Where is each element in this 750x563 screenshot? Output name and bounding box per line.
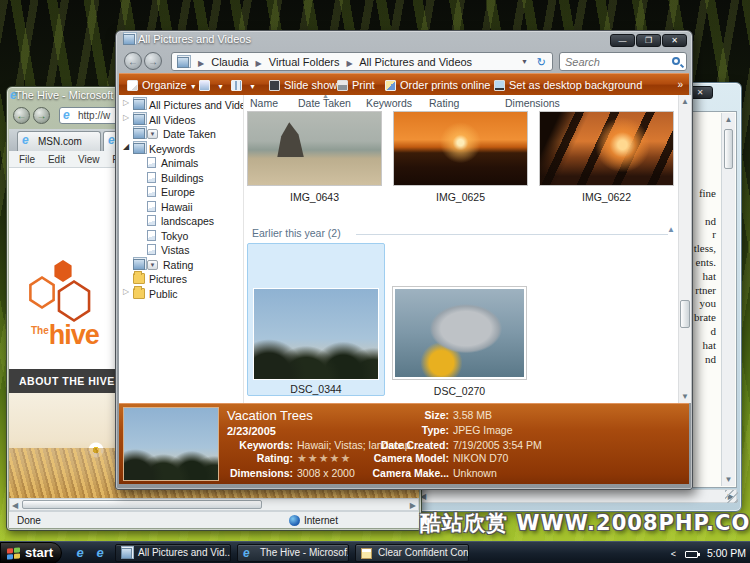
taskbar-button-explorer[interactable]: All Pictures and Vid...	[115, 544, 231, 562]
expander-icon[interactable]: ▷	[123, 113, 129, 122]
layout-button[interactable]: ▼	[231, 74, 256, 96]
slideshow-button[interactable]: Slide show	[269, 74, 337, 96]
taskbar-button-document[interactable]: Clear Confident Con...	[355, 544, 469, 562]
taskbar: start e e All Pictures and Vid... e The …	[0, 541, 750, 563]
breadcrumb-virtual-folders[interactable]: Virtual Folders	[269, 56, 340, 68]
doc-horizontal-scrollbar[interactable]: ◀ ▶	[417, 489, 737, 503]
forward-button[interactable]: →	[144, 52, 162, 70]
set-background-button[interactable]: Set as desktop background	[494, 74, 642, 96]
tag-icon	[147, 172, 156, 183]
search-icon[interactable]	[672, 57, 680, 65]
column-keywords[interactable]: Keywords	[366, 97, 412, 109]
maximize-button[interactable]: ❐	[636, 34, 661, 47]
navigation-pane: ▷All Pictures and Videos ▷All Videos ▼Da…	[119, 95, 244, 403]
taskbar-button-browser[interactable]: e The Hive - Microsof...	[237, 544, 349, 562]
menu-view[interactable]: View	[78, 151, 100, 168]
column-rating[interactable]: Rating	[429, 97, 459, 109]
toolbar-overflow-icon[interactable]: »	[677, 74, 683, 96]
file-name[interactable]: DSC_0270	[393, 385, 526, 397]
photo-thumbnail-img-0625[interactable]	[393, 111, 528, 186]
tree-item-rating[interactable]: ▼Rating	[119, 258, 244, 272]
group-header[interactable]: Earlier this year (2)	[252, 227, 341, 239]
scroll-up-icon[interactable]: ▲	[679, 95, 691, 108]
slideshow-icon	[269, 80, 280, 91]
chevron-down-icon[interactable]: ▼	[147, 260, 158, 270]
file-name[interactable]: DSC_0344	[248, 383, 384, 395]
file-name[interactable]: IMG_0625	[393, 191, 528, 203]
start-button[interactable]: start	[0, 542, 62, 563]
file-name[interactable]: IMG_0643	[247, 191, 382, 203]
minimize-button[interactable]: —	[610, 34, 635, 47]
tree-item-animals[interactable]: Animals	[119, 156, 244, 170]
tree-item-vistas[interactable]: Vistas	[119, 243, 244, 257]
organize-button[interactable]: Organize▼	[127, 74, 197, 96]
tree-item-pictures[interactable]: Pictures	[119, 272, 244, 286]
tree-item-public[interactable]: ▷Public	[119, 287, 244, 301]
clock[interactable]: 5:00 PM	[707, 547, 746, 559]
ie-icon: e	[243, 548, 254, 559]
scroll-down-icon[interactable]: ▼	[722, 473, 735, 486]
column-dimensions[interactable]: Dimensions	[505, 97, 560, 109]
column-name[interactable]: Name	[250, 97, 278, 109]
expander-icon[interactable]: ◢	[123, 142, 129, 151]
refresh-icon[interactable]: ↻	[537, 53, 546, 71]
tree-item-all-pictures[interactable]: ▷All Pictures and Videos	[119, 98, 244, 112]
stack-icon	[133, 259, 145, 270]
expander-icon[interactable]: ▷	[123, 98, 129, 107]
ie-tab-icon: e	[22, 135, 29, 146]
print-button[interactable]: Print	[337, 74, 375, 96]
resize-grip[interactable]	[725, 490, 738, 503]
breadcrumb-dropdown-icon[interactable]: ▼	[521, 53, 528, 71]
details-pane: Vacation Trees 2/23/2005 Keywords:Hawaii…	[119, 403, 689, 484]
rating-stars[interactable]: ★★★★★	[297, 452, 351, 464]
breadcrumb-current[interactable]: All Pictures and Videos	[359, 56, 472, 68]
doc-vertical-scrollbar[interactable]: ▲ ▼	[721, 113, 735, 486]
browser-hscroll-thumb[interactable]	[22, 500, 262, 509]
scroll-up-icon[interactable]: ▲	[722, 113, 735, 126]
battery-icon[interactable]	[685, 551, 698, 558]
search-input[interactable]	[565, 54, 665, 69]
back-button[interactable]: ←	[124, 52, 142, 70]
tree-item-tokyo[interactable]: Tokyo	[119, 229, 244, 243]
tree-item-date-taken[interactable]: ▼Date Taken	[119, 127, 244, 141]
order-prints-button[interactable]: Order prints online	[385, 74, 491, 96]
tree-item-hawaii[interactable]: Hawaii	[119, 200, 244, 214]
tag-icon	[147, 230, 156, 241]
photo-thumbnail-img-0643[interactable]	[247, 111, 382, 186]
tree-item-all-videos[interactable]: ▷All Videos	[119, 113, 244, 127]
tree-item-keywords[interactable]: ◢Keywords	[119, 142, 244, 156]
scroll-down-icon[interactable]: ▼	[679, 390, 691, 403]
files-vscroll-thumb[interactable]	[680, 300, 690, 328]
views-button[interactable]: ▼	[199, 74, 224, 96]
photo-thumbnail-dsc-0344[interactable]	[253, 288, 379, 380]
photo-thumbnail-img-0622[interactable]	[539, 111, 674, 186]
explorer-window[interactable]: All Pictures and Videos — ❐ ✕ ← → ▶ Clau…	[115, 30, 693, 490]
file-item-selected[interactable]: DSC_0344	[247, 243, 385, 396]
doc-vscroll-thumb[interactable]	[724, 129, 733, 169]
close-button[interactable]: ✕	[662, 34, 687, 47]
menu-file[interactable]: File	[19, 151, 35, 168]
files-vertical-scrollbar[interactable]: ▲ ▼	[678, 95, 691, 403]
expander-icon[interactable]: ▷	[123, 287, 129, 296]
chevron-down-icon[interactable]: ▼	[147, 129, 158, 139]
browser-back-button[interactable]: ←	[13, 107, 30, 124]
file-name[interactable]: IMG_0622	[539, 191, 674, 203]
search-box[interactable]	[559, 52, 687, 71]
tray-chevron-icon[interactable]: <	[671, 549, 676, 559]
quick-launch-ie-icon[interactable]: e	[72, 545, 88, 561]
tab-msn[interactable]: e MSN.com	[17, 131, 101, 151]
stack-icon	[133, 99, 145, 110]
breadcrumb-claudia[interactable]: Claudia	[211, 56, 248, 68]
browser-forward-button[interactable]: →	[33, 107, 50, 124]
menu-edit[interactable]: Edit	[48, 151, 65, 168]
breadcrumb[interactable]: ▶ Claudia ▶ Virtual Folders ▶ All Pictur…	[171, 52, 553, 71]
status-zone: Internet	[289, 512, 338, 529]
tree-item-buildings[interactable]: Buildings	[119, 171, 244, 185]
quick-launch-desktop-icon[interactable]: e	[92, 545, 108, 561]
tree-item-europe[interactable]: Europe	[119, 185, 244, 199]
tree-item-landscapes[interactable]: landscapes	[119, 214, 244, 228]
date-created-label: Date Created:	[371, 439, 449, 451]
photo-thumbnail-dsc-0270[interactable]	[393, 287, 526, 379]
group-collapse-icon[interactable]: ▲	[667, 225, 675, 234]
browser-horizontal-scrollbar[interactable]: ◀ ▶	[9, 498, 419, 511]
